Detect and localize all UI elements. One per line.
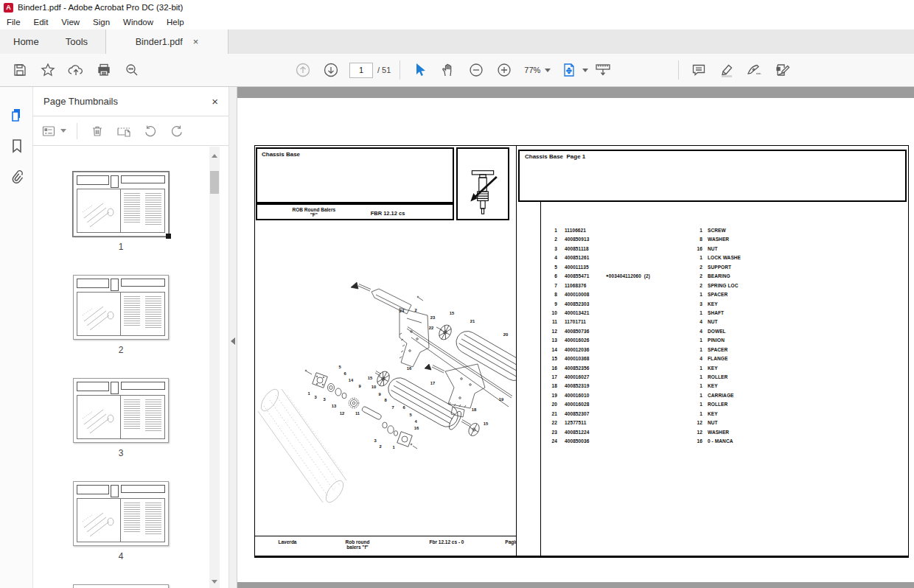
parts-row: 12 400850736 4 DOWEL bbox=[541, 329, 908, 337]
delete-pages-button[interactable] bbox=[88, 122, 107, 141]
options-caret-icon bbox=[60, 129, 66, 133]
attachments-rail-button[interactable] bbox=[8, 168, 26, 186]
tab-close-icon[interactable]: × bbox=[193, 36, 199, 47]
scroll-up-icon[interactable] bbox=[212, 154, 217, 158]
part-desc: DOWEL bbox=[708, 329, 726, 334]
menu-edit[interactable]: Edit bbox=[34, 18, 49, 27]
thumbnail-preview[interactable] bbox=[73, 584, 169, 588]
tab-home[interactable]: Home bbox=[0, 29, 52, 54]
ruler-button[interactable] bbox=[589, 56, 617, 84]
svg-text:2: 2 bbox=[379, 444, 381, 449]
menu-view[interactable]: View bbox=[61, 18, 80, 27]
thumbnail-page-number: 1 bbox=[65, 242, 177, 252]
parts-rows: 1 11106621 1 SCREW 2 400850913 8 WASHER … bbox=[541, 228, 908, 448]
cloud-upload-button[interactable] bbox=[62, 56, 90, 84]
part-number: 400016010 bbox=[565, 393, 589, 398]
comment-button[interactable] bbox=[685, 56, 713, 84]
rotate-cw-icon bbox=[170, 125, 184, 138]
thumb-header-left bbox=[77, 279, 109, 288]
thumb-diagram-scribble bbox=[78, 500, 119, 544]
fill-and-sign-icon bbox=[775, 63, 791, 77]
quick-toolbar: 1 / 51 77% bbox=[0, 54, 914, 87]
part-qty: 2 bbox=[681, 273, 702, 279]
panel-close-icon[interactable]: × bbox=[212, 95, 218, 108]
thumbnail-item[interactable]: 3 bbox=[65, 378, 177, 458]
menu-sign[interactable]: Sign bbox=[93, 18, 110, 27]
parts-row: 3 400851118 16 NUT bbox=[541, 246, 908, 255]
paperclip-icon bbox=[10, 169, 24, 185]
insert-pages-button[interactable] bbox=[114, 122, 133, 141]
fit-page-icon bbox=[562, 63, 579, 77]
thumbnail-options-button[interactable] bbox=[42, 125, 66, 137]
thumb-header-mid bbox=[111, 279, 119, 291]
fit-page-button[interactable] bbox=[561, 56, 589, 84]
part-index: 4 bbox=[545, 255, 557, 260]
fill-sign-button[interactable] bbox=[769, 56, 797, 84]
scroll-down-icon[interactable] bbox=[212, 580, 217, 584]
tab-tools[interactable]: Tools bbox=[52, 29, 101, 54]
hand-tool-button[interactable] bbox=[434, 56, 462, 84]
part-desc: NUT bbox=[708, 246, 718, 251]
thumbnail-item[interactable]: 4 bbox=[65, 481, 177, 561]
part-qty: 1 bbox=[681, 411, 702, 416]
thumbnail-selection-handle[interactable] bbox=[166, 234, 171, 239]
rotate-left-button[interactable] bbox=[141, 122, 160, 141]
sign-button[interactable] bbox=[741, 56, 769, 84]
page-thumbnails-rail-button[interactable] bbox=[8, 106, 26, 124]
highlight-button[interactable] bbox=[713, 56, 741, 84]
thumb-diagram-scribble bbox=[78, 190, 119, 234]
zoom-in-button[interactable] bbox=[490, 56, 518, 84]
document-area[interactable]: 2422315212022161756149151098765432113313… bbox=[237, 87, 914, 588]
next-page-button[interactable] bbox=[317, 56, 345, 84]
thumbnail-item[interactable]: 2 bbox=[65, 275, 177, 355]
parts-list: 1 11106621 1 SCREW 2 400850913 8 WASHER … bbox=[541, 202, 908, 558]
thumb-header-left bbox=[77, 382, 109, 391]
print-button[interactable] bbox=[90, 56, 118, 84]
panel-scrollbar[interactable] bbox=[209, 147, 220, 588]
thumbnail-item[interactable]: 1 bbox=[65, 172, 177, 252]
comment-icon bbox=[691, 63, 706, 77]
menu-window[interactable]: Window bbox=[123, 18, 153, 27]
thumbnail-preview[interactable] bbox=[73, 275, 169, 340]
star-button[interactable] bbox=[34, 56, 62, 84]
parts-row: 16 400852356 1 KEY bbox=[541, 365, 908, 374]
print-icon bbox=[97, 63, 111, 77]
page-number-input[interactable]: 1 bbox=[349, 63, 373, 78]
part-qty: 4 bbox=[681, 329, 702, 334]
collapse-panel-icon[interactable] bbox=[231, 337, 235, 345]
parts-row: 23 400851224 12 WASHER bbox=[541, 430, 908, 438]
save-button[interactable] bbox=[6, 56, 34, 84]
part-extra: ● 003404112060 (2) bbox=[606, 273, 609, 279]
svg-text:18: 18 bbox=[472, 407, 477, 412]
thumb-header-right bbox=[121, 175, 165, 183]
thumbnail-preview[interactable] bbox=[73, 172, 169, 237]
bookmarks-rail-button[interactable] bbox=[8, 137, 26, 155]
thumbnail-preview[interactable] bbox=[73, 378, 169, 443]
part-qty: 1 bbox=[681, 374, 702, 379]
part-index: 23 bbox=[545, 430, 557, 435]
zoom-dropdown-caret-icon[interactable] bbox=[545, 69, 551, 72]
part-index: 1 bbox=[545, 228, 557, 233]
fit-page-caret-icon[interactable] bbox=[582, 69, 588, 72]
menu-help[interactable]: Help bbox=[167, 18, 184, 27]
zoom-out-button[interactable] bbox=[462, 56, 490, 84]
previous-page-button[interactable] bbox=[289, 56, 317, 84]
search-button[interactable] bbox=[118, 56, 146, 84]
part-qty: 2 bbox=[681, 265, 702, 270]
scrollbar-thumb[interactable] bbox=[210, 171, 219, 194]
thumb-header-left bbox=[77, 175, 109, 185]
thumb-body bbox=[77, 189, 165, 233]
thumbnail-list: 1 2 bbox=[33, 147, 209, 588]
thumbnail-preview[interactable] bbox=[73, 481, 169, 546]
parts-row: 11 11701711 4 NUT bbox=[541, 319, 908, 328]
menu-file[interactable]: File bbox=[7, 18, 21, 27]
rotate-right-button[interactable] bbox=[167, 122, 186, 141]
select-tool-button[interactable] bbox=[406, 56, 434, 84]
tab-document[interactable]: Binder1.pdf × bbox=[105, 29, 228, 54]
parts-row: 22 12577511 12 NUT bbox=[541, 420, 908, 429]
part-number: 400850036 bbox=[565, 438, 589, 444]
part-number: 400852319 bbox=[565, 383, 589, 388]
thumbnail-item[interactable]: 5 bbox=[65, 584, 177, 588]
panel-collapse-gutter[interactable] bbox=[228, 87, 237, 588]
part-number: 400010008 bbox=[565, 292, 589, 297]
